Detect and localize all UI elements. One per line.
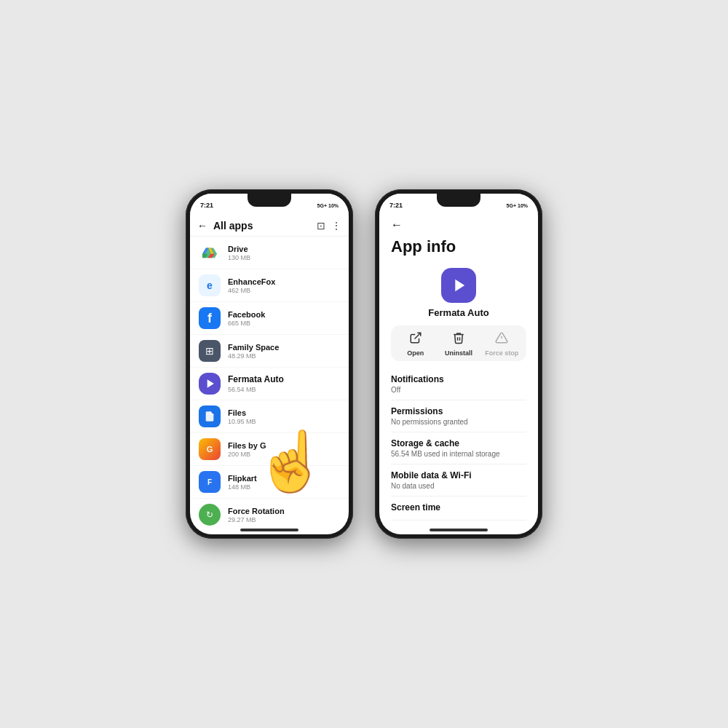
app-size-filesby: 200 MB xyxy=(228,451,340,458)
app-icon-enhancefox: e xyxy=(199,274,221,296)
app-icon-forcerotation: ↻ xyxy=(199,504,221,526)
app-info-drive: Drive 130 MB xyxy=(228,244,340,261)
mobiledata-title: Mobile data & Wi-Fi xyxy=(391,470,526,480)
notifications-title: Notifications xyxy=(391,374,526,384)
app-info-screen: ← App info Fermata Auto xyxy=(379,214,538,526)
back-button-right[interactable]: ← xyxy=(391,214,526,234)
app-name-fermata: Fermata Auto xyxy=(228,374,340,386)
app-item-filesby[interactable]: G Files by G 200 MB xyxy=(190,433,349,466)
notifications-sub: Off xyxy=(391,386,526,394)
uninstall-button[interactable]: Uninstall xyxy=(437,331,480,357)
app-list: Drive 130 MB e EnhanceFox 462 MB f xyxy=(190,237,349,526)
app-info-flipkart: Flipkart 148 MB xyxy=(228,473,340,491)
fermata-app-icon xyxy=(441,268,476,303)
time-left: 7:21 xyxy=(200,202,213,209)
permissions-sub: No permissions granted xyxy=(391,418,526,426)
app-icon-drive xyxy=(199,242,221,264)
uninstall-icon xyxy=(452,331,465,347)
info-row-storage[interactable]: Storage & cache 56.54 MB used in interna… xyxy=(391,432,526,464)
force-stop-icon xyxy=(495,331,508,347)
app-name-forcerotation: Force Rotation xyxy=(228,506,340,516)
app-info-enhancefox: EnhanceFox 462 MB xyxy=(228,277,340,294)
app-icon-familyspace: ⊞ xyxy=(199,340,221,362)
app-icon-filesby: G xyxy=(199,438,221,460)
all-apps-header: ← All apps ⊡ ⋮ xyxy=(190,214,349,237)
app-info-forcerotation: Force Rotation 29.27 MB xyxy=(228,506,340,523)
left-phone: 7:21 5G+ 10% ← All apps ⊡ ⋮ xyxy=(186,189,353,539)
home-indicator-left xyxy=(240,529,298,531)
info-row-permissions[interactable]: Permissions No permissions granted xyxy=(391,400,526,432)
app-item-flipkart[interactable]: F Flipkart 148 MB xyxy=(190,466,349,499)
app-item-enhancefox[interactable]: e EnhanceFox 462 MB xyxy=(190,269,349,302)
battery-right: 10% xyxy=(518,203,528,208)
app-size-fermata: 56.54 MB xyxy=(228,386,340,393)
home-indicator-right xyxy=(430,529,488,531)
open-label: Open xyxy=(407,349,424,357)
app-item-facebook[interactable]: f Facebook 665 MB xyxy=(190,302,349,335)
app-icon-facebook: f xyxy=(199,307,221,329)
uninstall-label: Uninstall xyxy=(445,349,472,357)
svg-line-0 xyxy=(414,333,420,339)
app-info-fermata: Fermata Auto 56.54 MB xyxy=(228,374,340,393)
screentime-title: Screen time xyxy=(391,502,526,513)
header-icons: ⊡ ⋮ xyxy=(317,220,341,232)
notch-right xyxy=(437,194,480,207)
app-item-files[interactable]: Files 10.95 MB xyxy=(190,400,349,433)
info-row-mobiledata[interactable]: Mobile data & Wi-Fi No data used xyxy=(391,464,526,496)
status-bar-left: 7:21 5G+ 10% xyxy=(190,194,349,214)
notch-left xyxy=(248,194,291,207)
app-info-icon-section: Fermata Auto xyxy=(391,262,526,325)
app-name-flipkart: Flipkart xyxy=(228,473,340,483)
storage-sub: 56.54 MB used in internal storage xyxy=(391,450,526,458)
app-item-drive[interactable]: Drive 130 MB xyxy=(190,237,349,269)
app-name-filesby: Files by G xyxy=(228,440,340,451)
fermata-app-name: Fermata Auto xyxy=(428,307,488,318)
app-item-familyspace[interactable]: ⊞ Family Space 48.29 MB xyxy=(190,335,349,368)
app-name-drive: Drive xyxy=(228,244,340,254)
info-rows: Notifications Off Permissions No permiss… xyxy=(391,368,526,526)
time-right: 7:21 xyxy=(389,202,403,209)
drive-svg xyxy=(202,245,218,261)
app-item-forcerotation[interactable]: ↻ Force Rotation 29.27 MB xyxy=(190,499,349,526)
app-info-familyspace: Family Space 48.29 MB xyxy=(228,342,340,360)
storage-title: Storage & cache xyxy=(391,438,526,448)
app-name-enhancefox: EnhanceFox xyxy=(228,277,340,287)
app-icon-fermata xyxy=(199,373,221,395)
search-icon[interactable]: ⊡ xyxy=(317,220,325,232)
permissions-title: Permissions xyxy=(391,406,526,416)
battery-left: 10% xyxy=(328,203,339,208)
info-row-screentime[interactable]: Screen time xyxy=(391,496,526,521)
files-svg xyxy=(204,411,215,422)
app-name-familyspace: Family Space xyxy=(228,342,340,352)
mobiledata-sub: No data used xyxy=(391,482,526,490)
app-info-files: Files 10.95 MB xyxy=(228,408,340,425)
app-item-fermata[interactable]: Fermata Auto 56.54 MB xyxy=(190,368,349,400)
signal-right: 5G+ xyxy=(507,203,516,208)
fermata-svg xyxy=(202,376,217,391)
app-size-drive: 130 MB xyxy=(228,254,340,261)
more-icon[interactable]: ⋮ xyxy=(331,220,341,232)
app-size-facebook: 665 MB xyxy=(228,320,340,327)
force-stop-label: Force stop xyxy=(485,349,518,357)
app-icon-files xyxy=(199,405,221,427)
open-icon xyxy=(409,331,422,347)
app-size-flipkart: 148 MB xyxy=(228,483,340,491)
app-size-forcerotation: 29.27 MB xyxy=(228,516,340,523)
action-row: Open Uninstall xyxy=(391,325,526,361)
app-icon-flipkart: F xyxy=(199,471,221,493)
info-row-notifications[interactable]: Notifications Off xyxy=(391,368,526,400)
app-name-facebook: Facebook xyxy=(228,309,340,320)
fermata-icon-svg xyxy=(448,275,469,296)
app-info-facebook: Facebook 665 MB xyxy=(228,309,340,327)
back-button-left[interactable]: ← xyxy=(197,220,207,232)
app-size-files: 10.95 MB xyxy=(228,418,340,425)
app-size-enhancefox: 462 MB xyxy=(228,287,340,294)
app-size-familyspace: 48.29 MB xyxy=(228,352,340,360)
open-button[interactable]: Open xyxy=(394,331,437,357)
status-bar-right: 7:21 5G+ 10% xyxy=(379,194,538,214)
right-phone: 7:21 5G+ 10% ← App info xyxy=(375,189,542,539)
force-stop-button[interactable]: Force stop xyxy=(480,331,523,357)
status-icons-right: 5G+ 10% xyxy=(507,203,528,208)
all-apps-title: All apps xyxy=(213,220,317,232)
app-name-files: Files xyxy=(228,408,340,418)
